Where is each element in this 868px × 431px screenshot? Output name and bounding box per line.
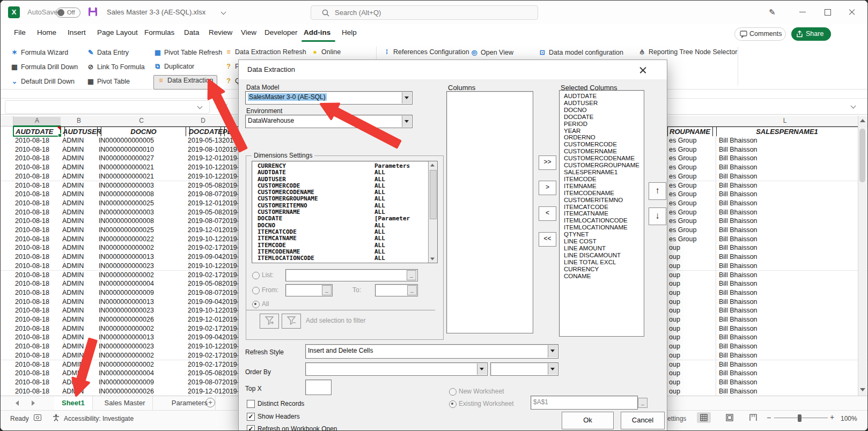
cell-b[interactable]: ADMIN (61, 360, 101, 369)
data-model-combobox[interactable]: SalesMaster 3-0 (AE-SQL) (245, 91, 413, 105)
select-all-corner[interactable] (1, 116, 13, 126)
move-right-button[interactable]: > (539, 181, 556, 195)
cell-a[interactable]: 2010-08-18 (13, 369, 64, 378)
cell-c[interactable]: IN0000000000004 (97, 369, 189, 378)
cell-b[interactable]: ADMIN (61, 369, 101, 378)
cell-d[interactable]: 2019-08-10 (186, 145, 224, 154)
cell-c[interactable]: IN0000000000003 (97, 208, 189, 217)
cell-d[interactable]: 2019-09-04 (186, 333, 224, 342)
cell-b[interactable]: ADMIN (61, 217, 101, 226)
menu-item-formulas[interactable]: Formulas (144, 28, 174, 36)
cell-k[interactable]: es Group (667, 145, 716, 154)
order-by-combobox[interactable] (305, 362, 488, 376)
dimension-row[interactable]: AUDTDATEALL (252, 169, 437, 176)
cell-b[interactable]: ADMIN (61, 181, 101, 190)
data-model-dropdown-icon[interactable] (402, 92, 411, 103)
menu-item-home[interactable]: Home (37, 28, 56, 36)
selected-column-item[interactable]: CUSTOMERGROUPNAME (560, 162, 644, 169)
filter-from-radio[interactable] (252, 287, 260, 294)
close-button[interactable] (840, 1, 864, 24)
fill-handle[interactable] (58, 133, 62, 137)
cell-d[interactable]: 2019-12-01 (186, 387, 224, 396)
ribbon-item-formula-wizard[interactable]: ✶Formula Wizard (10, 48, 68, 59)
cell-k[interactable]: oup (667, 252, 716, 262)
cell-c[interactable]: IN0000000000008 (97, 190, 189, 199)
selected-column-item[interactable]: ITEMCATCODE (560, 204, 644, 211)
cell-l[interactable]: Bill Bhaisson (712, 288, 866, 298)
cell-l[interactable]: Bill Bhaisson (712, 199, 866, 208)
cell-k[interactable]: oup (667, 279, 716, 288)
selected-column-item[interactable]: CUSTOMERITEMNO (560, 197, 644, 204)
zoom-out-icon[interactable]: − (767, 413, 771, 422)
cell-l[interactable]: Bill Bhaisson (712, 369, 866, 378)
cell-l[interactable]: Bill Bhaisson (712, 279, 866, 288)
order-direction-combobox[interactable] (490, 362, 558, 376)
cell-a[interactable]: 2010-08-18 (13, 226, 64, 235)
document-title[interactable]: Sales Master 3-3 (AE-SQL).xlsx (107, 8, 205, 16)
cell-l[interactable]: Bill Bhaisson (712, 181, 866, 190)
cell-l[interactable]: Bill Bhaisson (712, 351, 866, 360)
cell-k[interactable]: es Group (667, 235, 716, 244)
cell-b[interactable]: ADMIN (61, 145, 101, 154)
filter-to-browse-button[interactable]: _ (407, 285, 417, 295)
cell-c[interactable]: IN0000000000013 (97, 252, 189, 262)
maximize-button[interactable] (815, 1, 840, 24)
cell-b[interactable]: ADMIN (61, 226, 101, 235)
cell-l[interactable]: Bill Bhaisson (712, 226, 866, 235)
columns-listbox[interactable] (446, 91, 533, 333)
selected-column-item[interactable]: AUDTUSER (560, 100, 644, 107)
cell-d[interactable]: 2019-10-12 (186, 306, 224, 315)
cell-d[interactable]: 2019-02-17 (186, 360, 224, 369)
dimensions-listbox[interactable]: CURRENCYParametersAUDTDATEALLAUDTUSERALL… (252, 161, 438, 263)
selected-column-item[interactable]: ORDERNO (560, 134, 644, 141)
cell-d[interactable]: 2019-05-08 (186, 279, 224, 288)
cell-b[interactable]: ADMIN (61, 243, 101, 252)
cell-k[interactable]: es Group (667, 163, 716, 172)
comments-button[interactable]: Comments (734, 27, 786, 41)
cell-d[interactable]: 2019-02-17 (186, 324, 224, 333)
ribbon-item-reporting-tree-node-selector[interactable]: ⫛Reporting Tree Node Selector (638, 48, 737, 59)
status-settings-fragment[interactable]: ettings (667, 415, 686, 422)
scroll-up-icon[interactable] (860, 119, 865, 122)
scrollbar-thumb[interactable] (859, 129, 865, 182)
cell-k[interactable]: oup (667, 360, 716, 369)
selected-cell-a1[interactable] (13, 126, 61, 137)
cell-c[interactable]: IN0000000000021 (97, 172, 189, 181)
cell-c[interactable]: IN0000000000021 (97, 163, 189, 172)
cell-b[interactable]: ADMIN (61, 136, 101, 145)
menu-item-developer[interactable]: Developer (264, 28, 298, 36)
cell-d[interactable]: 2019-08-07 (186, 190, 224, 199)
cell-a[interactable]: 2010-08-18 (13, 288, 64, 298)
cancel-button[interactable]: Cancel (621, 412, 665, 429)
cell-k[interactable]: oup (667, 271, 716, 280)
distinct-records-checkbox[interactable] (247, 400, 255, 408)
ribbon-item-pivot-table-refresh[interactable]: ▦Pivot Table Refresh (153, 48, 222, 59)
cell-c[interactable]: IN0000000000013 (97, 298, 189, 307)
cell-b[interactable]: ADMIN (61, 271, 101, 280)
cell-c[interactable]: IN0000000000027 (97, 154, 189, 163)
dialog-title-bar[interactable]: Data Extraction (239, 60, 667, 79)
show-headers-checkbox[interactable]: ✓ (247, 413, 255, 421)
cell-k[interactable]: oup (667, 243, 716, 252)
title-dropdown-icon[interactable] (221, 10, 226, 15)
cell-d[interactable]: 2019-05-08 (186, 181, 224, 190)
selected-column-item[interactable]: CUSTOMERCODE (560, 141, 644, 148)
cell-c[interactable]: IN0000000000002 (97, 324, 189, 333)
cell-b[interactable]: ADMIN (61, 298, 101, 307)
cell-d[interactable]: 2019-08-07 (186, 378, 224, 387)
cell-k[interactable]: es Group (667, 208, 716, 217)
dimension-row[interactable]: ITEMCATNAMEALL (252, 235, 437, 242)
cell-c[interactable]: IN0000000000004 (97, 279, 189, 288)
selected-column-item[interactable]: PERIOD (560, 121, 644, 128)
cell-c[interactable]: IN0000000000013 (97, 333, 189, 342)
cell-c[interactable]: IN0000000000002 (97, 360, 189, 369)
name-box[interactable] (5, 100, 210, 114)
environment-combobox[interactable]: DataWarehouse (245, 115, 413, 128)
selected-column-item[interactable]: ITEMCODENAME (560, 190, 644, 197)
cell-a[interactable]: 2010-08-18 (13, 271, 64, 280)
cell-a[interactable]: 2010-08-18 (13, 145, 64, 154)
minimize-button[interactable] (790, 1, 815, 24)
cell-b[interactable]: ADMIN (61, 306, 101, 315)
cell-a[interactable]: 2010-08-18 (13, 378, 64, 387)
new-worksheet-radio[interactable] (449, 388, 457, 396)
